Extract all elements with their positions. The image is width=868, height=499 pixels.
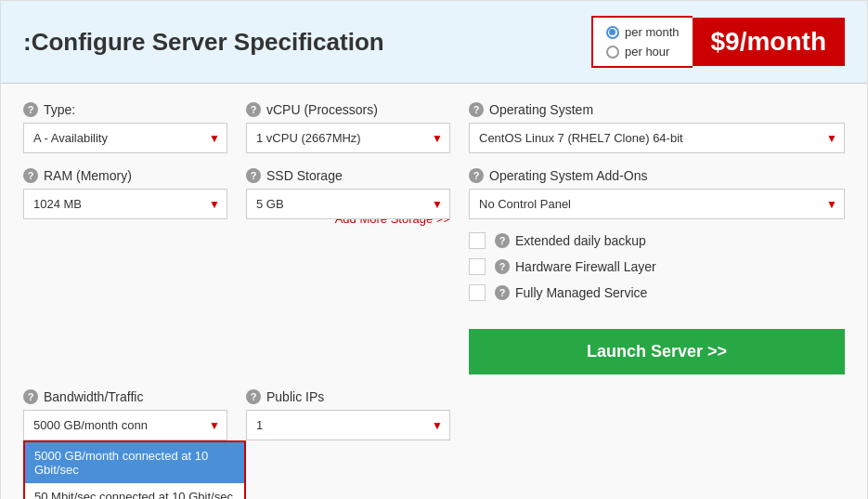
- addons-section: ? Extended daily backup ? Hardware Firew…: [469, 232, 845, 374]
- price-box: per month per hour $9/month: [591, 16, 845, 68]
- price-value: $9/month: [711, 27, 826, 57]
- bandwidth-help-icon[interactable]: ?: [23, 389, 38, 404]
- vcpu-group: ? vCPU (Processors) 1 vCPU (2667MHz) 2 v…: [246, 102, 450, 153]
- bandwidth-label: ? Bandwidth/Traffic: [23, 389, 227, 404]
- page-title: :Configure Server Specification: [23, 28, 384, 57]
- backup-help-icon[interactable]: ?: [495, 233, 510, 248]
- per-month-label: per month: [625, 25, 680, 39]
- os-help-icon[interactable]: ?: [469, 102, 484, 117]
- firewall-checkbox[interactable]: [469, 258, 486, 275]
- os-addons-select[interactable]: No Control Panel cPanel Plesk: [469, 189, 845, 219]
- ssd-help-icon[interactable]: ?: [246, 168, 261, 183]
- bandwidth-option-2[interactable]: 50 Mbit/sec connected at 10 Gbit/sec: [25, 483, 244, 499]
- type-select-wrapper: A - Availability B - Balanced C - Comput…: [23, 123, 227, 153]
- form-row-3: ? Bandwidth/Traffic 5000 GB/month conn 5…: [23, 389, 845, 455]
- os-addons-select-wrapper: No Control Panel cPanel Plesk: [469, 189, 845, 219]
- managed-checkbox[interactable]: [469, 284, 486, 301]
- os-addons-group: ? Operating System Add-Ons No Control Pa…: [469, 168, 845, 374]
- type-group: ? Type: A - Availability B - Balanced C …: [23, 102, 227, 153]
- ssd-label: ? SSD Storage: [246, 168, 450, 183]
- vcpu-help-icon[interactable]: ?: [246, 102, 261, 117]
- ram-select-wrapper: 512 MB 1024 MB 2048 MB 4096 MB: [23, 189, 227, 219]
- addon-managed: ? Fully Managed Service: [469, 284, 845, 301]
- form-row-1: ? Type: A - Availability B - Balanced C …: [23, 102, 845, 168]
- public-ips-select[interactable]: 1 2 3: [246, 410, 450, 440]
- os-select-wrapper: CentOS Linux 7 (RHEL7 Clone) 64-bit Ubun…: [469, 123, 845, 153]
- bandwidth-dropdown-list: 5000 GB/month connected at 10 Gbit/sec 5…: [23, 440, 246, 499]
- vcpu-select-wrapper: 1 vCPU (2667MHz) 2 vCPU (2667MHz) 4 vCPU…: [246, 123, 450, 153]
- bandwidth-option-1[interactable]: 5000 GB/month connected at 10 Gbit/sec: [25, 442, 244, 483]
- price-display: $9/month: [693, 18, 845, 66]
- public-ips-label: ? Public IPs: [246, 389, 450, 404]
- form-row-2: ? RAM (Memory) 512 MB 1024 MB 2048 MB 40…: [23, 168, 845, 389]
- ram-help-icon[interactable]: ?: [23, 168, 38, 183]
- managed-label: ? Fully Managed Service: [495, 285, 647, 300]
- os-group: ? Operating System CentOS Linux 7 (RHEL7…: [469, 102, 845, 153]
- bandwidth-select[interactable]: 5000 GB/month conn 50 Mbit/sec conn: [23, 410, 227, 440]
- bandwidth-select-wrapper: 5000 GB/month conn 50 Mbit/sec conn: [23, 410, 227, 440]
- addon-firewall: ? Hardware Firewall Layer: [469, 258, 845, 275]
- main-content: ? Type: A - Availability B - Balanced C …: [1, 84, 867, 499]
- addon-backup: ? Extended daily backup: [469, 232, 845, 249]
- per-hour-label: per hour: [625, 45, 669, 59]
- type-help-icon[interactable]: ?: [23, 102, 38, 117]
- ssd-select[interactable]: 5 GB 10 GB 20 GB: [246, 189, 450, 219]
- public-ips-select-wrapper: 1 2 3: [246, 410, 450, 440]
- os-addons-label: ? Operating System Add-Ons: [469, 168, 845, 183]
- managed-help-icon[interactable]: ?: [495, 285, 510, 300]
- ram-group: ? RAM (Memory) 512 MB 1024 MB 2048 MB 40…: [23, 168, 227, 374]
- type-select[interactable]: A - Availability B - Balanced C - Comput…: [23, 123, 227, 153]
- empty-right: [469, 389, 845, 455]
- firewall-label: ? Hardware Firewall Layer: [495, 259, 656, 274]
- backup-label: ? Extended daily backup: [495, 233, 646, 248]
- firewall-help-icon[interactable]: ?: [495, 259, 510, 274]
- vcpu-label: ? vCPU (Processors): [246, 102, 450, 117]
- per-hour-option[interactable]: per hour: [606, 45, 680, 59]
- public-ips-help-icon[interactable]: ?: [246, 389, 261, 404]
- launch-server-button[interactable]: Launch Server >>: [469, 329, 845, 374]
- per-month-option[interactable]: per month: [606, 25, 680, 39]
- per-hour-radio[interactable]: [606, 46, 619, 59]
- vcpu-select[interactable]: 1 vCPU (2667MHz) 2 vCPU (2667MHz) 4 vCPU…: [246, 123, 450, 153]
- os-label: ? Operating System: [469, 102, 845, 117]
- os-addons-help-icon[interactable]: ?: [469, 168, 484, 183]
- public-ips-group: ? Public IPs 1 2 3: [246, 389, 450, 440]
- ssd-select-wrapper: 5 GB 10 GB 20 GB: [246, 189, 450, 219]
- backup-checkbox[interactable]: [469, 232, 486, 249]
- bandwidth-group: ? Bandwidth/Traffic 5000 GB/month conn 5…: [23, 389, 227, 440]
- ssd-group: ? SSD Storage 5 GB 10 GB 20 GB Add More …: [246, 168, 450, 374]
- per-month-radio[interactable]: [606, 26, 619, 39]
- ram-select[interactable]: 512 MB 1024 MB 2048 MB 4096 MB: [23, 189, 227, 219]
- type-label: ? Type:: [23, 102, 227, 117]
- ram-label: ? RAM (Memory): [23, 168, 227, 183]
- os-select[interactable]: CentOS Linux 7 (RHEL7 Clone) 64-bit Ubun…: [469, 123, 845, 153]
- page-header: :Configure Server Specification per mont…: [1, 1, 867, 84]
- price-options: per month per hour: [591, 16, 693, 68]
